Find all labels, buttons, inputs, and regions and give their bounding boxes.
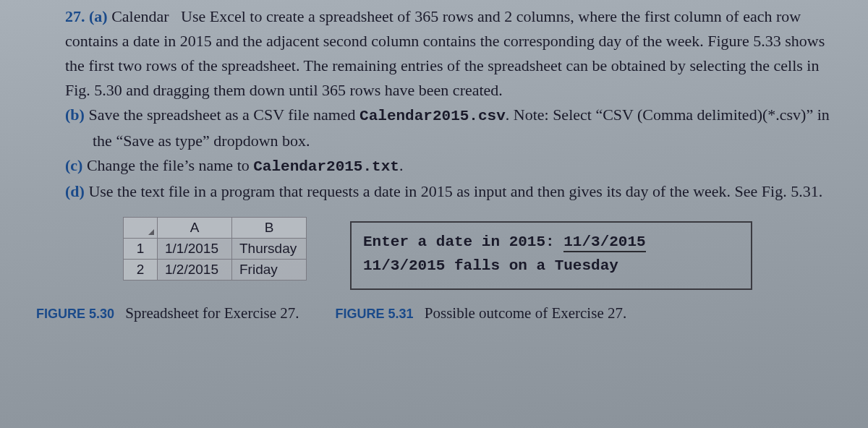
part-c-code: Calendar2015.txt (253, 158, 399, 175)
col-header-b: B (232, 217, 307, 238)
cell: Friday (232, 259, 307, 280)
figure-text: Possible outcome of Exercise 27. (425, 304, 626, 322)
problem-text: 27. (a) Calendar Use Excel to create a s… (36, 4, 846, 204)
cell: Thursday (232, 238, 307, 259)
part-c-label: (c) (65, 156, 82, 174)
output-input: 11/3/2015 (563, 234, 645, 252)
part-b-code: Calendar2015.csv (359, 108, 506, 124)
figures-row: A B 1 1/1/2015 Thursday 2 1/2/2015 Frida… (36, 217, 846, 290)
textbook-page: 27. (a) Calendar Use Excel to create a s… (0, 0, 868, 330)
figure-label: FIGURE 5.31 (336, 307, 414, 321)
spreadsheet-figure: A B 1 1/1/2015 Thursday 2 1/2/2015 Frida… (123, 217, 307, 281)
row-header: 2 (124, 259, 158, 280)
part-b-label: (b) (65, 106, 85, 124)
part-d-label: (d) (65, 182, 85, 200)
part-c-pre: Change the file’s name to (87, 156, 253, 174)
col-header-a: A (158, 217, 232, 238)
figure-label: FIGURE 5.30 (36, 307, 114, 321)
figure-text: Spreadsheet for Exercise 27. (125, 304, 299, 322)
figure-530-caption: FIGURE 5.30 Spreadsheet for Exercise 27. (36, 304, 299, 322)
part-a-text: Use Excel to create a spreadsheet of 365… (65, 7, 825, 99)
figure-531-caption: FIGURE 5.31 Possible outcome of Exercise… (336, 304, 627, 322)
row-header: 1 (124, 238, 158, 259)
output-result: 11/3/2015 falls on a Tuesday (363, 254, 739, 278)
cell: 1/2/2015 (158, 259, 232, 280)
table-row: 1 1/1/2015 Thursday (124, 238, 307, 259)
part-c-post: . (399, 156, 404, 174)
problem-number: 27. (65, 7, 85, 25)
select-all-corner (124, 217, 158, 238)
part-d-text: Use the text file in a program that requ… (88, 182, 822, 200)
part-a-label: (a) (89, 7, 108, 25)
spreadsheet-grid: A B 1 1/1/2015 Thursday 2 1/2/2015 Frida… (123, 217, 307, 281)
part-b-pre: Save the spreadsheet as a CSV file named (88, 106, 359, 124)
program-output-box: Enter a date in 2015: 11/3/2015 11/3/201… (350, 221, 752, 290)
table-row: 2 1/2/2015 Friday (124, 259, 307, 280)
output-prompt: Enter a date in 2015: (363, 234, 563, 250)
cell: 1/1/2015 (158, 238, 232, 259)
part-a-title: Calendar (111, 7, 169, 25)
